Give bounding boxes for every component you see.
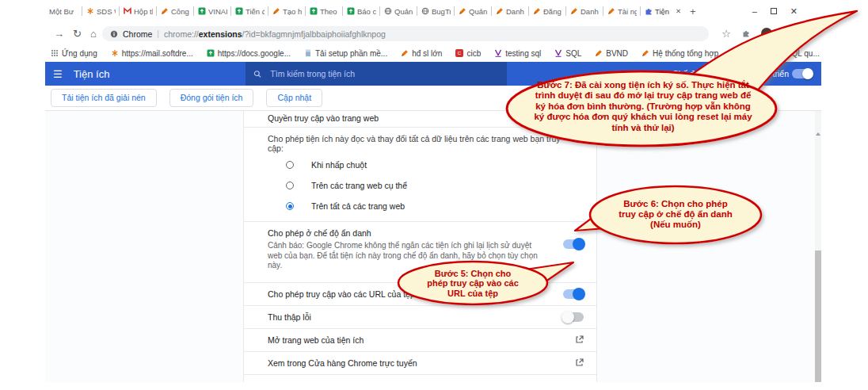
browser-tab[interactable]: Hộp thư — [120, 0, 157, 22]
invoice-icon — [401, 49, 409, 57]
scrollbar[interactable] — [815, 111, 821, 382]
browser-tab[interactable]: Danh s — [492, 0, 529, 22]
maximize-button[interactable] — [771, 8, 777, 14]
browser-tab[interactable]: VINAFR — [194, 0, 231, 22]
file-urls-label: Cho phép truy cập vào các URL của tệp — [268, 289, 415, 299]
bookmark-label: Ứng dụng — [62, 49, 97, 58]
tab-label: Báo cá — [357, 7, 376, 16]
address-bar[interactable]: Chrome | chrome://extensions/?id=bkfagmn… — [102, 26, 709, 41]
bookmarks-bar: Ứng dụnghttps://mail.softdre...https://d… — [45, 44, 821, 62]
open-website-row[interactable]: Mở trang web của tiện ích — [244, 328, 596, 351]
tabs: Một BưSDS WeHộp thưCông tyVINAFRTiến độT… — [45, 0, 685, 22]
browser-tab[interactable]: SDS We — [82, 0, 120, 22]
update-button[interactable]: Cập nhật — [266, 89, 322, 107]
bookmark-item[interactable]: Hệ thống tổng hợp — [641, 49, 718, 58]
tab-close-icon[interactable]: ✕ — [676, 7, 681, 15]
tab-label: BugTra — [432, 7, 451, 16]
bookmark-item[interactable]: @13 câu lệnh SQL qu... — [732, 49, 819, 58]
bookmark-item[interactable]: testing sql — [494, 49, 541, 58]
incognito-toggle[interactable] — [563, 239, 584, 249]
minimize-button[interactable]: – — [752, 7, 757, 16]
globe-icon — [421, 7, 429, 15]
extension-puzzle-icon[interactable] — [742, 29, 750, 37]
file-urls-toggle[interactable] — [563, 289, 584, 299]
radio-icon[interactable] — [286, 182, 294, 189]
sheet-icon — [235, 7, 243, 15]
view-in-store-label: Xem trong Cửa hàng Chrome trực tuyến — [268, 358, 417, 368]
toggle-knob — [573, 238, 585, 250]
incognito-warning: Cảnh báo: Google Chrome không thể ngăn c… — [268, 241, 547, 271]
browser-tab[interactable]: Tiến độ — [231, 0, 268, 22]
browser-tab[interactable]: Tạo hóa — [268, 0, 306, 22]
toggle-knob — [573, 288, 585, 300]
browser-tab[interactable]: Một Bư — [45, 0, 82, 22]
sds-icon — [86, 7, 94, 15]
browser-tab[interactable]: BugTra — [417, 0, 455, 22]
invoice-icon — [595, 49, 603, 57]
bookmark-item[interactable]: hđ sl lớn — [401, 49, 442, 58]
url-text: chrome://extensions/?id=bkfagmnjmfjalbba… — [164, 29, 386, 39]
menu-icon[interactable]: ☰ — [53, 68, 63, 80]
bookmark-item[interactable]: Tải setup phần mề... — [304, 49, 387, 58]
bookmark-item[interactable]: Ứng dụng — [51, 49, 97, 58]
extensions-search[interactable] — [246, 62, 507, 86]
reload-button[interactable]: ↻ — [73, 28, 82, 40]
gmail-icon — [124, 7, 131, 15]
dev-mode-toggle[interactable] — [792, 69, 813, 78]
new-tab-button[interactable]: + — [690, 6, 696, 17]
tab-label: Tài ngu — [618, 7, 637, 16]
bookmark-item[interactable]: Ccicb — [455, 49, 481, 58]
browser-tab[interactable]: Báo cá — [343, 0, 380, 22]
bookmark-label: SQL — [565, 49, 581, 58]
page-info-icon[interactable] — [110, 30, 118, 38]
site-access-options: Khi nhấp chuộtTrên các trang web cụ thểT… — [244, 155, 596, 216]
bookmark-item[interactable]: https://docs.google... — [207, 49, 291, 58]
invoice-icon — [272, 7, 280, 15]
toolbar-right: ☆ ⋮ — [721, 22, 793, 44]
extensions-actions: Tải tiện ích đã giải nén Đóng gói tiện í… — [45, 86, 821, 111]
error-collection-label: Thu thập lỗi — [268, 312, 311, 322]
scrollbar-up-icon[interactable] — [816, 132, 820, 136]
bookmark-label: BVND — [606, 49, 628, 58]
site-access-option[interactable]: Trên các trang web cụ thể — [244, 175, 596, 196]
bookmark-label: testing sql — [505, 49, 541, 58]
pack-extension-button[interactable]: Đóng gói tiện ích — [169, 89, 254, 107]
radio-label: Khi nhấp chuột — [311, 160, 367, 170]
browser-tab-active[interactable]: Tiện í✕ — [641, 0, 685, 22]
site-access-option[interactable]: Trên tất cả các trang web — [244, 196, 596, 216]
bookmark-item[interactable]: https://mail.softdre... — [111, 49, 193, 58]
forward-button[interactable]: → — [54, 28, 64, 40]
bookmark-item[interactable]: SQL — [554, 49, 581, 58]
close-button[interactable]: ✕ — [790, 7, 798, 16]
search-input[interactable] — [268, 68, 499, 79]
open-in-new-icon[interactable] — [575, 358, 584, 367]
site-access-option[interactable]: Khi nhấp chuột — [244, 155, 596, 175]
browser-tab[interactable]: Quản lý — [455, 0, 492, 22]
browser-menu-icon[interactable]: ⋮ — [783, 28, 793, 39]
sheet-icon — [207, 49, 215, 57]
radio-icon[interactable] — [286, 161, 294, 169]
bookmark-star-icon[interactable]: ☆ — [721, 28, 731, 40]
browser-tab[interactable]: Công ty — [157, 0, 194, 22]
tab-label: Tiện í — [655, 7, 672, 16]
invoice-icon — [161, 7, 169, 15]
scrollbar-thumb[interactable] — [815, 250, 821, 382]
browser-tab[interactable]: Tài ngu — [603, 0, 641, 22]
bookmark-label: https://docs.google... — [218, 49, 291, 58]
radio-selected-icon[interactable] — [286, 202, 294, 210]
extensions-header: ☰ Tiện ích Chế độ dành cho nhà phát triể… — [45, 62, 821, 86]
view-in-store-row[interactable]: Xem trong Cửa hàng Chrome trực tuyến — [244, 351, 596, 374]
home-button[interactable]: ⌂ — [90, 28, 97, 40]
v-icon — [494, 49, 502, 57]
profile-avatar[interactable] — [761, 28, 772, 39]
browser-tab[interactable]: Quản lý — [380, 0, 417, 22]
browser-tab[interactable]: Danh s — [566, 0, 603, 22]
tab-label: Danh s — [506, 7, 525, 16]
bookmark-item[interactable]: BVND — [595, 49, 628, 58]
load-unpacked-button[interactable]: Tải tiện ích đã giải nén — [51, 89, 157, 107]
browser-tab[interactable]: Theo d — [306, 0, 343, 22]
open-in-new-icon[interactable] — [575, 335, 584, 344]
site-access-description: Cho phép tiện ích này đọc và thay đổi tấ… — [268, 134, 573, 153]
error-collection-toggle[interactable] — [563, 312, 584, 322]
browser-tab[interactable]: Đăng n — [529, 0, 566, 22]
